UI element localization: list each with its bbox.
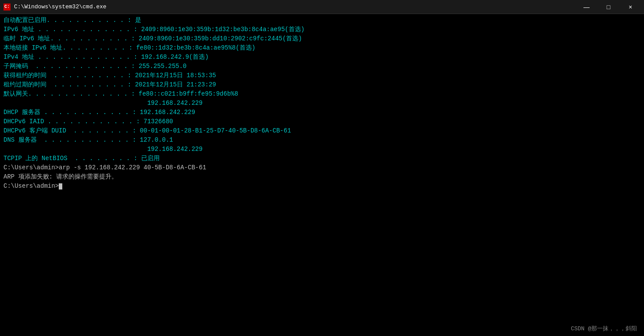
terminal-line: DHCP 服务器 . . . . . . . . . . . . : 192.1… xyxy=(4,108,640,117)
terminal-line: 获得租约的时间 . . . . . . . . . . : 2021年12月15… xyxy=(4,71,640,80)
terminal-line: 默认网关. . . . . . . . . . . . . . : fe80::… xyxy=(4,89,640,99)
title-bar-text: C:\Windows\system32\cmd.exe xyxy=(14,4,576,10)
terminal-line: 临时 IPv6 地址. . . . . . . . . . . : 2409:8… xyxy=(4,34,640,43)
watermark: CSDN @那一抹，，，斜阳 xyxy=(571,325,637,332)
terminal-line: C:\Users\admin>arp -s 192.168.242.229 40… xyxy=(4,163,640,172)
terminal-line: 本地链接 IPv6 地址. . . . . . . . . : fe80::1d… xyxy=(4,43,640,53)
maximize-button[interactable]: □ xyxy=(598,0,619,14)
terminal-line: DHCPv6 IAID . . . . . . . . . . . . : 71… xyxy=(4,117,640,126)
terminal-line: ARP 项添加失败: 请求的操作需要提升。 xyxy=(4,172,640,182)
title-bar: C: C:\Windows\system32\cmd.exe — □ × xyxy=(0,0,644,14)
terminal-line: DHCPv6 客户端 DUID . . . . . . . . : 00-01-… xyxy=(4,126,640,136)
terminal-line: 自动配置已启用. . . . . . . . . . . : 是 xyxy=(4,16,640,25)
terminal-line: 租约过期的时间 . . . . . . . . . . : 2021年12月15… xyxy=(4,80,640,89)
terminal-line: DNS 服务器 . . . . . . . . . . . . : 127.0.… xyxy=(4,136,640,145)
terminal-body[interactable]: 自动配置已启用. . . . . . . . . . . : 是IPv6 地址 … xyxy=(0,14,644,336)
minimize-button[interactable]: — xyxy=(576,0,597,14)
close-button[interactable]: × xyxy=(620,0,640,14)
terminal-line: 192.168.242.229 xyxy=(4,99,640,108)
terminal-line: TCPIP 上的 NetBIOS . . . . . . . . : 已启用 xyxy=(4,154,640,163)
terminal-line: 子网掩码 . . . . . . . . . . . . . : 255.255… xyxy=(4,62,640,71)
cmd-icon: C: xyxy=(4,4,11,11)
cmd-window: C: C:\Windows\system32\cmd.exe — □ × 自动配… xyxy=(0,0,644,336)
terminal-line: C:\Users\admin> xyxy=(4,182,640,191)
terminal-line: IPv4 地址 . . . . . . . . . . . . . : 192.… xyxy=(4,53,640,62)
terminal-cursor xyxy=(59,183,62,189)
terminal-line: 192.168.242.229 xyxy=(4,145,640,154)
title-bar-controls: — □ × xyxy=(576,0,640,14)
terminal-line: IPv6 地址 . . . . . . . . . . . . . : 2409… xyxy=(4,25,640,34)
